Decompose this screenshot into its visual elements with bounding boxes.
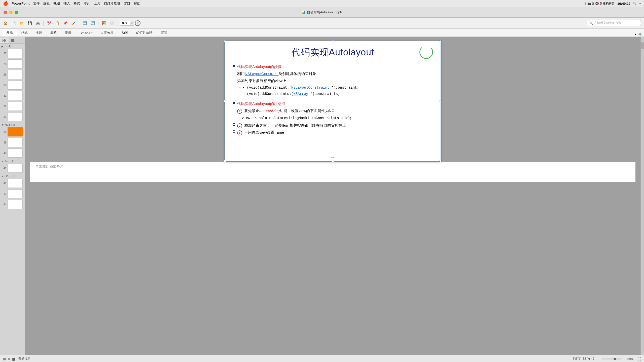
slide-canvas[interactable]: 代码实现代码实现AutolayoutAutolayout 代码实现Autolay…	[225, 41, 441, 162]
zoom-control[interactable]: 89% ▾	[120, 21, 134, 26]
search-icon[interactable]: 🔍	[633, 2, 637, 5]
list-item[interactable]: 41	[0, 163, 25, 173]
group-label-1[interactable]: ▶...（4）	[0, 44, 25, 48]
print-btn[interactable]: 🖨️	[34, 20, 41, 27]
zoom-slider[interactable]: − + 89%	[598, 357, 633, 361]
zoom-track[interactable]	[601, 358, 622, 359]
title-circle-decoration	[419, 45, 433, 59]
list-item[interactable]: 39	[0, 137, 25, 148]
tab-slideshow[interactable]: 幻灯片放映	[132, 29, 157, 37]
new-btn[interactable]: 📄	[10, 20, 17, 27]
slide-38-item[interactable]: 38	[0, 127, 25, 137]
zoom-dropdown-arrow[interactable]: ▾	[130, 21, 134, 25]
handle-tr[interactable]	[440, 40, 442, 42]
apple-logo-icon[interactable]: 🍎	[3, 1, 8, 6]
undo-btn[interactable]: ↩️	[81, 20, 88, 27]
notes-area[interactable]: 单击此处添加备注	[30, 162, 635, 182]
list-item[interactable]: 30	[0, 80, 25, 90]
bullet-item-1: 代码实现Autolayout的步骤	[233, 64, 433, 70]
handle-br[interactable]	[440, 160, 442, 162]
search-bar[interactable]: 🔍 在演示文稿中的搜索	[587, 20, 642, 26]
maximize-button[interactable]	[15, 11, 18, 14]
list-item[interactable]: 32	[0, 101, 25, 112]
group-label-4[interactable]: ▼Siz...（8）	[0, 173, 25, 178]
home-toolbar-btn[interactable]: 🏠	[2, 20, 9, 27]
handle-ml[interactable]	[224, 100, 226, 102]
menu-powerpoint[interactable]: PowerPoint	[12, 2, 30, 5]
view-list-icon[interactable]: ≡	[8, 357, 10, 361]
status-right: 幻灯片 38 的 49 − + 89% ⛶	[573, 357, 641, 361]
menu-slideshow[interactable]: 幻灯片放映	[104, 1, 120, 6]
handle-tl[interactable]	[224, 40, 226, 42]
list-item[interactable]: 27	[0, 48, 25, 59]
menu-right-icons: ⇧ 📷 ⊞ 🔇 S 搜狗拼音	[584, 2, 615, 6]
cut-btn[interactable]: ✂️	[46, 20, 53, 27]
tab-smartart[interactable]: SmartArt	[76, 30, 96, 37]
list-item[interactable]: 40	[0, 148, 25, 158]
save-btn[interactable]: 💾	[26, 20, 33, 27]
handle-bl[interactable]	[224, 160, 226, 162]
insert-shape-btn[interactable]: ⬜	[109, 20, 116, 27]
panel-tab-grid[interactable]	[0, 38, 9, 43]
menu-file[interactable]: 文件	[33, 1, 40, 6]
list-item[interactable]: 33	[0, 112, 25, 122]
menu-format[interactable]: 格式	[74, 1, 80, 6]
handle-bm[interactable]	[332, 160, 334, 162]
minimize-button[interactable]	[9, 11, 13, 14]
handle-tm[interactable]	[332, 40, 334, 42]
menu-edit[interactable]: 编辑	[43, 1, 50, 6]
tab-transition[interactable]: 过渡效果	[96, 29, 118, 37]
window-controls	[4, 11, 18, 14]
menu-arrange[interactable]: 排列	[84, 1, 90, 6]
right-scrollbar[interactable]	[640, 37, 644, 355]
view-grid-icon[interactable]: ⊞	[3, 357, 6, 361]
zoom-out-icon[interactable]: −	[598, 357, 600, 361]
menu-insert[interactable]: 插入	[63, 1, 70, 6]
tab-start[interactable]: 开始	[2, 28, 17, 37]
list-item[interactable]: 42	[0, 178, 25, 189]
svg-rect-2	[3, 41, 4, 42]
tab-review[interactable]: 审阅	[157, 29, 171, 37]
tab-theme[interactable]: 主题	[32, 29, 46, 37]
menu-help[interactable]: 帮助	[134, 1, 140, 6]
redo-btn[interactable]: ↪️	[89, 20, 96, 27]
fullscreen-icon[interactable]: ⛶	[637, 357, 641, 361]
status-bar: ⊞ ≡ ▦ 普通视图 幻灯片 38 的 49 − + 89% ⛶	[0, 355, 644, 362]
zoom-thumb[interactable]	[614, 358, 616, 360]
nsconstraint-link: NSLayoutConstraint	[245, 71, 278, 76]
tab-format[interactable]: 格式	[17, 29, 32, 37]
ribbon-more-icon[interactable]: ▾	[635, 32, 636, 36]
paste-btn[interactable]: 📌	[62, 20, 69, 27]
list-item[interactable]: 43	[0, 189, 25, 199]
list-item[interactable]: 29	[0, 69, 25, 80]
list-item[interactable]: 31	[0, 90, 25, 101]
status-left: ⊞ ≡ ▦ 普通视图	[3, 357, 30, 361]
scrollbar-thumb[interactable]	[641, 42, 644, 49]
help-button[interactable]: ?	[135, 20, 140, 26]
copy-btn[interactable]: 📋	[54, 20, 61, 27]
menu-icon[interactable]: ≡	[639, 2, 641, 5]
bullet-square-icon	[233, 72, 235, 74]
menu-view[interactable]: 视图	[53, 1, 60, 6]
svg-rect-3	[5, 41, 6, 42]
svg-rect-1	[5, 39, 6, 40]
menu-tools[interactable]: 工具	[94, 1, 100, 6]
zoom-in-icon[interactable]: +	[623, 357, 625, 361]
tab-animation[interactable]: 动画	[118, 29, 132, 37]
menu-window[interactable]: 窗口	[124, 1, 130, 6]
ribbon-settings-icon[interactable]: ⚙️	[638, 32, 642, 36]
close-button[interactable]	[4, 11, 7, 14]
view-film-icon[interactable]: ▦	[12, 357, 15, 361]
insert-image-btn[interactable]: 🖼️	[100, 20, 108, 27]
panel-tab-list[interactable]	[9, 38, 17, 43]
tab-table[interactable]: 表格	[46, 29, 61, 37]
open-btn[interactable]: 📂	[18, 20, 25, 27]
list-item[interactable]: 44	[0, 199, 25, 210]
group-label-3[interactable]: ▼选...（1）	[0, 158, 25, 163]
number-badge-2: 2	[237, 123, 242, 128]
format-painter-btn[interactable]: 🖌️	[70, 20, 77, 27]
handle-mr[interactable]	[440, 100, 442, 102]
tab-chart[interactable]: 图表	[61, 29, 76, 37]
list-item[interactable]: 28	[0, 59, 25, 69]
group-label-2[interactable]: ▼代...t（3）	[0, 122, 25, 127]
